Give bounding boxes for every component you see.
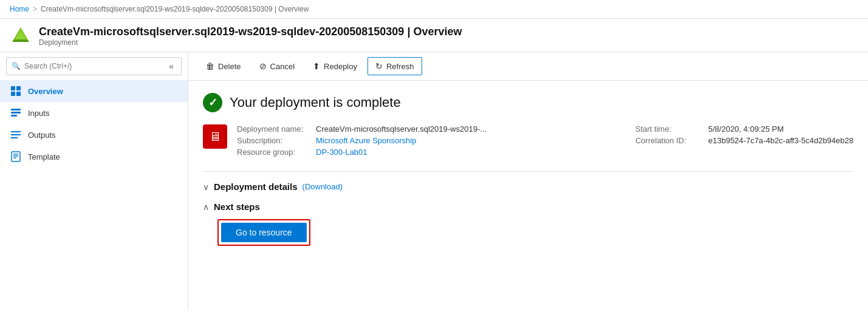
redeploy-label: Redeploy <box>324 62 357 71</box>
start-time-row: Start time: 5/8/2020, 4:09:25 PM <box>635 124 853 134</box>
main-layout: 🔍 « Overview <box>0 52 868 311</box>
svg-rect-7 <box>11 109 21 110</box>
redeploy-button[interactable]: ⬆ Redeploy <box>305 57 365 75</box>
search-box[interactable]: 🔍 « <box>6 57 182 75</box>
start-time-value: 5/8/2020, 4:09:25 PM <box>708 124 784 134</box>
content-area: 🗑 Delete ⊘ Cancel ⬆ Redeploy ↻ Refresh ✓ <box>188 52 868 311</box>
sidebar-item-inputs-label: Inputs <box>28 109 49 118</box>
toolbar: 🗑 Delete ⊘ Cancel ⬆ Redeploy ↻ Refresh <box>188 52 868 81</box>
sidebar: 🔍 « Overview <box>0 52 188 311</box>
cancel-label: Cancel <box>270 62 295 71</box>
delete-icon: 🗑 <box>206 61 214 71</box>
divider-1 <box>203 171 853 172</box>
deployment-details-right: Start time: 5/8/2020, 4:09:25 PM Correla… <box>635 124 853 148</box>
subscription-label: Subscription: <box>237 136 316 145</box>
subscription-row: Subscription: Microsoft Azure Sponsorshi… <box>237 136 611 145</box>
svg-rect-6 <box>16 92 21 96</box>
delete-button[interactable]: 🗑 Delete <box>198 57 249 75</box>
svg-rect-4 <box>16 86 21 90</box>
outputs-icon <box>10 129 22 141</box>
deployment-details-chevron-icon: ∨ <box>203 182 209 192</box>
page-subtitle: Deployment <box>39 38 462 47</box>
overview-icon <box>10 85 22 97</box>
next-steps-title: Next steps <box>214 202 260 212</box>
sidebar-item-overview[interactable]: Overview <box>0 80 188 102</box>
overview-panel: ✓ Your deployment is complete 🖥 Deployme… <box>188 81 868 258</box>
svg-rect-8 <box>11 112 21 114</box>
deployment-details-left: Deployment name: CreateVm-microsoftsqlse… <box>237 124 611 159</box>
success-check-icon: ✓ <box>203 93 222 112</box>
deployment-name-value: CreateVm-microsoftsqlserver.sql2019-ws20… <box>316 124 487 134</box>
breadcrumb: Home > CreateVm-microsoftsqlserver.sql20… <box>0 0 868 19</box>
redeploy-icon: ⬆ <box>313 61 320 71</box>
cancel-icon: ⊘ <box>259 61 267 71</box>
resource-group-value[interactable]: DP-300-Lab01 <box>316 148 367 157</box>
refresh-label: Refresh <box>386 62 414 71</box>
svg-rect-5 <box>11 92 15 96</box>
breadcrumb-separator: > <box>33 5 37 13</box>
deployment-info: 🖥 Deployment name: CreateVm-microsoftsql… <box>203 124 853 159</box>
go-to-resource-highlight: Go to resource <box>217 219 310 246</box>
sidebar-item-template-label: Template <box>28 152 60 161</box>
deployment-name-row: Deployment name: CreateVm-microsoftsqlse… <box>237 124 611 134</box>
page-header: CreateVm-microsoftsqlserver.sql2019-ws20… <box>0 19 868 52</box>
refresh-icon: ↻ <box>375 61 383 71</box>
svg-rect-3 <box>11 86 15 90</box>
sidebar-item-outputs[interactable]: Outputs <box>0 124 188 146</box>
sidebar-item-template[interactable]: Template <box>0 146 188 168</box>
cancel-button[interactable]: ⊘ Cancel <box>251 57 302 75</box>
refresh-button[interactable]: ↻ Refresh <box>367 57 422 75</box>
vm-icon: 🖥 <box>203 124 227 149</box>
deployment-details-section-header[interactable]: ∨ Deployment details (Download) <box>203 181 853 192</box>
deployment-complete-banner: ✓ Your deployment is complete <box>203 93 853 112</box>
sidebar-item-outputs-label: Outputs <box>28 131 56 140</box>
deployment-name-label: Deployment name: <box>237 124 316 134</box>
correlation-id-value: e13b9524-7c7a-4b2c-aff3-5c4d2b94eb28 <box>708 136 853 145</box>
next-steps-chevron-icon: ∧ <box>203 202 209 212</box>
sidebar-item-overview-label: Overview <box>28 87 63 96</box>
next-steps-section: ∧ Next steps Go to resource <box>203 202 853 246</box>
delete-label: Delete <box>218 62 241 71</box>
svg-rect-13 <box>12 152 20 161</box>
inputs-icon <box>10 107 22 119</box>
sidebar-item-inputs[interactable]: Inputs <box>0 102 188 124</box>
breadcrumb-current: CreateVm-microsoftsqlserver.sql2019-ws20… <box>41 5 309 13</box>
resource-group-label: Resource group: <box>237 148 316 157</box>
go-to-resource-button[interactable]: Go to resource <box>221 223 307 242</box>
deployment-icon <box>10 25 32 47</box>
subscription-value[interactable]: Microsoft Azure Sponsorship <box>316 136 416 145</box>
search-input[interactable] <box>24 62 166 70</box>
start-time-label: Start time: <box>635 124 708 134</box>
resource-group-row: Resource group: DP-300-Lab01 <box>237 148 611 157</box>
deployment-details-title: Deployment details <box>214 181 298 192</box>
correlation-id-row: Correlation ID: e13b9524-7c7a-4b2c-aff3-… <box>635 136 853 145</box>
template-icon <box>10 151 22 163</box>
download-link[interactable]: (Download) <box>302 182 343 191</box>
collapse-sidebar-button[interactable]: « <box>166 60 176 72</box>
page-title: CreateVm-microsoftsqlserver.sql2019-ws20… <box>39 25 462 38</box>
search-icon: 🔍 <box>12 62 21 70</box>
next-steps-section-header[interactable]: ∧ Next steps <box>203 202 853 212</box>
svg-rect-9 <box>11 115 17 117</box>
deployment-complete-title: Your deployment is complete <box>230 95 401 110</box>
breadcrumb-home-link[interactable]: Home <box>10 5 29 13</box>
correlation-id-label: Correlation ID: <box>635 136 708 145</box>
